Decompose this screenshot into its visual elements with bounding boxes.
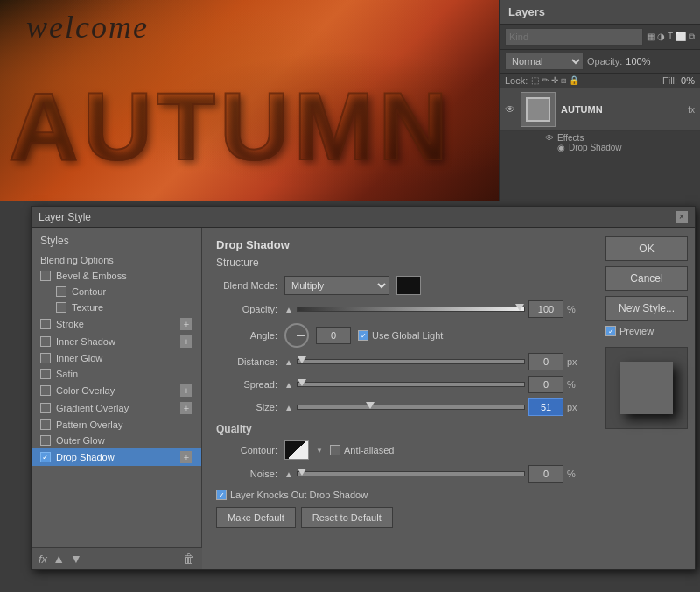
knock-out-checkbox[interactable]: ✓ — [216, 490, 227, 500]
layer-effects-list: 👁 Effects ◉ Drop Shadow — [500, 131, 700, 154]
preview-checkbox[interactable]: ✓ — [606, 326, 616, 336]
inner-shadow-add-icon[interactable]: + — [180, 335, 192, 348]
cancel-button[interactable]: Cancel — [606, 266, 688, 291]
style-item-outer-glow[interactable]: Outer Glow — [32, 433, 201, 448]
lock-all-icon[interactable]: 🔒 — [569, 75, 579, 86]
stroke-checkbox[interactable] — [40, 319, 51, 329]
make-default-button[interactable]: Make Default — [216, 507, 296, 528]
color-overlay-checkbox[interactable] — [40, 385, 51, 396]
color-overlay-add-icon[interactable]: + — [180, 384, 192, 397]
angle-dial[interactable] — [284, 323, 309, 348]
drop-shadow-add-icon[interactable]: + — [180, 451, 192, 463]
shape-filter-icon[interactable]: ⬜ — [676, 32, 686, 42]
type-filter-icon[interactable]: T — [668, 32, 673, 42]
opacity-slider-thumb[interactable] — [515, 304, 524, 311]
style-item-satin[interactable]: Satin — [32, 366, 201, 382]
size-slider-track[interactable] — [297, 405, 525, 410]
noise-input[interactable]: 0 — [528, 465, 564, 483]
gradient-overlay-checkbox[interactable] — [40, 403, 51, 413]
texture-checkbox[interactable] — [56, 302, 66, 313]
size-input[interactable]: 51 — [528, 398, 564, 416]
layers-search-input[interactable] — [505, 28, 643, 46]
ok-button[interactable]: OK — [606, 236, 688, 261]
shadow-color-swatch[interactable] — [396, 276, 421, 295]
reset-default-button[interactable]: Reset to Default — [301, 507, 393, 528]
angle-indicator — [297, 335, 305, 336]
layers-lock-row: Lock: ⬚ ✏ ✛ ⧈ 🔒 Fill: 0% — [500, 74, 700, 88]
size-slider-thumb[interactable] — [366, 402, 374, 409]
contour-dropdown-arrow[interactable]: ▼ — [316, 447, 323, 455]
lock-transparent-icon[interactable]: ⬚ — [531, 75, 539, 86]
fx-icon[interactable]: fx — [38, 553, 47, 566]
use-global-light-checkbox[interactable]: ✓ — [358, 330, 368, 341]
noise-slider-thumb[interactable] — [298, 469, 306, 476]
satin-checkbox[interactable] — [40, 369, 51, 379]
blend-mode-label: Blend Mode: — [216, 280, 277, 291]
smartobj-filter-icon[interactable]: ⧉ — [689, 32, 695, 42]
distance-input[interactable]: 0 — [528, 353, 564, 370]
move-up-icon[interactable]: ▲ — [52, 552, 65, 566]
style-item-pattern-overlay[interactable]: Pattern Overlay — [32, 417, 201, 433]
distance-slider-track[interactable] — [297, 359, 525, 364]
distance-row: Distance: ▲ 0 px — [216, 353, 584, 370]
lock-position-icon[interactable]: ✛ — [551, 75, 558, 86]
bevel-checkbox[interactable] — [40, 271, 51, 281]
dialog-titlebar: Layer Style × — [32, 207, 695, 228]
inner-shadow-checkbox[interactable] — [40, 336, 51, 347]
spread-slider-container: ▲ 0 % — [284, 376, 584, 393]
style-item-gradient-overlay[interactable]: Gradient Overlay + — [32, 399, 201, 417]
style-item-texture[interactable]: Texture — [32, 300, 201, 315]
anti-aliased-checkbox[interactable] — [330, 445, 340, 455]
angle-input[interactable]: 0 — [316, 327, 351, 344]
lock-artboard-icon[interactable]: ⧈ — [561, 75, 566, 86]
blend-mode-dropdown[interactable]: Multiply Normal Screen Overlay — [284, 276, 389, 295]
drop-shadow-effect: ◉ Drop Shadow — [545, 143, 695, 152]
style-item-color-overlay[interactable]: Color Overlay + — [32, 382, 201, 399]
noise-slider-track[interactable] — [297, 471, 525, 476]
style-item-blending-options[interactable]: Blending Options — [32, 252, 201, 268]
contour-checkbox[interactable] — [56, 286, 66, 297]
layer-thumbnail — [521, 92, 556, 127]
inner-glow-checkbox[interactable] — [40, 353, 51, 363]
stroke-label: Stroke — [56, 319, 84, 329]
move-down-icon[interactable]: ▼ — [70, 552, 82, 566]
opacity-slider-track[interactable] — [297, 307, 525, 312]
anti-aliased-label[interactable]: Anti-aliased — [330, 445, 394, 455]
stroke-add-icon[interactable]: + — [180, 318, 192, 330]
size-slider-arrow: ▲ — [284, 403, 293, 412]
drop-shadow-eye-icon[interactable]: ◉ — [557, 143, 565, 152]
opacity-input[interactable]: 100 — [528, 300, 564, 318]
layer-fx-badge: fx — [688, 105, 695, 115]
dialog-close-button[interactable]: × — [676, 211, 688, 223]
pattern-overlay-checkbox[interactable] — [40, 419, 51, 430]
spread-slider-track[interactable] — [297, 382, 525, 387]
gradient-overlay-add-icon[interactable]: + — [180, 402, 192, 414]
new-style-button[interactable]: New Style... — [606, 296, 688, 321]
outer-glow-checkbox[interactable] — [40, 435, 51, 446]
distance-slider-thumb[interactable] — [298, 356, 306, 363]
adjustment-filter-icon[interactable]: ◑ — [657, 32, 665, 42]
contour-form-label: Contour: — [216, 445, 277, 455]
layer-visibility-icon[interactable]: 👁 — [505, 103, 515, 116]
layer-item-autumn[interactable]: 👁 AUTUMN fx — [500, 88, 700, 131]
drop-shadow-style-label: Drop Shadow — [56, 452, 115, 462]
spread-slider-thumb[interactable] — [298, 379, 306, 386]
lock-icons: ⬚ ✏ ✛ ⧈ 🔒 — [531, 75, 579, 86]
use-global-light-label[interactable]: ✓ Use Global Light — [358, 330, 443, 341]
style-item-inner-shadow[interactable]: Inner Shadow + — [32, 333, 201, 350]
blend-mode-select[interactable]: Normal — [505, 53, 584, 70]
size-unit: px — [567, 402, 584, 412]
style-item-stroke[interactable]: Stroke + — [32, 315, 201, 333]
spread-input[interactable]: 0 — [528, 376, 564, 393]
lock-image-icon[interactable]: ✏ — [542, 75, 549, 86]
style-item-drop-shadow[interactable]: ✓ Drop Shadow + — [32, 448, 201, 466]
delete-style-icon[interactable]: 🗑 — [183, 552, 195, 566]
pixel-filter-icon[interactable]: ▦ — [647, 32, 654, 42]
contour-thumbnail[interactable] — [284, 440, 309, 460]
style-item-contour[interactable]: Contour — [32, 284, 201, 300]
knock-out-label[interactable]: ✓ Layer Knocks Out Drop Shadow — [216, 490, 368, 500]
style-item-bevel[interactable]: Bevel & Emboss — [32, 268, 201, 284]
drop-shadow-style-checkbox[interactable]: ✓ — [40, 452, 51, 462]
effects-eye-icon[interactable]: 👁 — [545, 133, 554, 143]
style-item-inner-glow[interactable]: Inner Glow — [32, 350, 201, 366]
